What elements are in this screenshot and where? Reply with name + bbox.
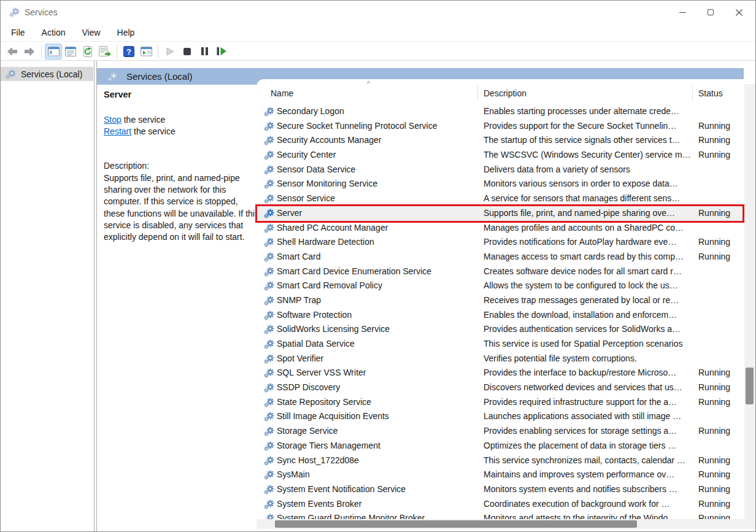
show-extended-view-button[interactable] [137,44,155,60]
column-header-description[interactable]: Description [484,88,526,98]
restart-service-button[interactable] [213,44,230,60]
service-gear-icon [264,223,274,233]
service-name-cell: Smart Card Removal Policy [277,279,474,293]
restart-service-link[interactable]: Restart [104,126,131,136]
column-header-name[interactable]: Name [271,88,293,98]
pause-service-button[interactable] [196,44,213,60]
table-row[interactable]: System Guard Runtime Monitor Broker Moni… [256,511,755,519]
table-row[interactable]: Shell Hardware Detection Provides notifi… [256,235,755,250]
table-row[interactable]: Secure Socket Tunneling Protocol Service… [256,119,755,134]
properties-button[interactable] [62,44,79,60]
service-name-cell: Storage Service [277,424,474,439]
service-name-cell: Smart Card [277,250,474,264]
menu-file[interactable]: File [9,26,27,39]
services-window: Services File Action View Help [0,0,756,532]
toolbar: ? [1,42,755,61]
service-status-cell [698,221,744,236]
service-description-cell: Monitors and attests to the integrity of… [484,511,695,519]
start-service-button[interactable] [161,44,179,60]
table-row[interactable]: System Event Notification Service Monito… [256,482,755,497]
table-row[interactable]: SolidWorks Licensing Service Provides au… [256,322,755,337]
table-row[interactable]: Sensor Data Service Delivers data from a… [256,163,755,177]
table-row[interactable]: Still Image Acquisition Events Launches … [256,409,755,424]
column-header-status[interactable]: Status [698,88,723,98]
table-row[interactable]: Sync Host_1722d08e This service synchron… [256,453,755,468]
table-row[interactable]: SSDP Discovery Discovers networked devic… [256,380,755,395]
table-row[interactable]: Storage Tiers Management Optimizes the p… [256,439,755,453]
service-status-cell [698,293,744,308]
service-name-cell: Spatial Data Service [277,337,474,352]
table-row[interactable]: Server Supports file, print, and named-p… [256,206,755,221]
table-row[interactable]: State Repository Service Provides requir… [256,395,755,410]
help-button[interactable]: ? [120,44,137,60]
service-status-cell [698,104,744,119]
service-status-cell: Running [698,468,744,482]
table-row[interactable]: Software Protection Enables the download… [256,308,755,323]
maximize-button[interactable] [696,1,725,24]
vertical-scrollbar[interactable] [744,84,755,519]
horizontal-scrollbar-thumb[interactable] [275,520,637,528]
table-row[interactable]: SysMain Maintains and improves system pe… [256,468,755,482]
stop-service-button[interactable] [179,44,196,60]
menu-action[interactable]: Action [40,26,68,39]
table-row[interactable]: Security Accounts Manager The startup of… [256,133,755,148]
table-row[interactable]: Shared PC Account Manager Manages profil… [256,221,755,236]
service-status-cell: Running [698,119,744,134]
service-description-cell: Provides enabling services for storage s… [484,424,695,439]
service-gear-icon [264,426,274,436]
service-status-cell: Running [698,250,744,264]
table-row[interactable]: Secondary Logon Enables starting process… [256,104,755,119]
service-gear-icon [264,179,274,189]
column-divider[interactable] [692,84,693,101]
service-name-cell: SNMP Trap [277,293,474,308]
minimize-button[interactable] [668,1,696,24]
service-gear-icon [264,339,274,349]
stop-service-line: Stop the service [104,114,176,126]
stop-service-link[interactable]: Stop [104,115,122,125]
table-row[interactable]: SQL Server VSS Writer Provides the inter… [256,366,755,380]
close-button[interactable] [725,1,753,24]
service-name-cell: SolidWorks Licensing Service [277,322,474,337]
back-button[interactable] [4,44,21,60]
refresh-button[interactable] [79,44,96,60]
show-console-tree-button[interactable] [45,44,62,60]
table-row[interactable]: Sensor Service A service for sensors tha… [256,191,755,206]
service-rows: Secondary Logon Enables starting process… [256,104,755,519]
service-gear-icon [264,121,274,131]
table-row[interactable]: Spot Verifier Verifies potential file sy… [256,352,755,366]
menu-help[interactable]: Help [115,26,137,39]
table-row[interactable]: Spatial Data Service This service is use… [256,337,755,352]
horizontal-scrollbar[interactable] [256,519,755,529]
service-name-cell: State Repository Service [277,395,474,410]
service-status-cell [698,279,744,293]
vertical-scrollbar-thumb[interactable] [746,368,754,404]
menu-view[interactable]: View [80,26,102,39]
service-description-cell: Provides the interface to backup/restore… [484,366,695,380]
service-gear-icon [264,237,274,247]
refresh-icon [82,46,93,57]
help-icon: ? [123,46,134,57]
service-name-cell: Security Center [277,148,474,163]
service-gear-icon [264,267,274,277]
forward-button[interactable] [21,44,38,60]
properties-icon [65,47,76,56]
column-divider[interactable] [477,84,478,101]
service-status-cell: Running [698,380,744,395]
table-row[interactable]: Sensor Monitoring Service Monitors vario… [256,177,755,191]
service-description-cell: Monitors various sensors in order to exp… [484,177,695,191]
sort-ascending-icon: ^ [367,80,370,87]
service-description-cell: Provides authentication services for Sol… [484,322,695,337]
table-row[interactable]: Security Center The WSCSVC (Windows Secu… [256,148,755,163]
export-list-button[interactable] [96,44,114,60]
service-gear-icon [264,456,274,466]
tree-item-services-local[interactable]: Services (Local) [1,67,93,81]
table-row[interactable]: Smart Card Device Enumeration Service Cr… [256,264,755,279]
table-row[interactable]: System Events Broker Coordinates executi… [256,497,755,512]
table-row[interactable]: Smart Card Manages access to smart cards… [256,250,755,264]
table-row[interactable]: Storage Service Provides enabling servic… [256,424,755,439]
service-gear-icon [264,441,274,451]
services-view: Services (Local) Server Stop the service… [96,61,755,531]
service-status-cell [698,409,744,424]
table-row[interactable]: SNMP Trap Receives trap messages generat… [256,293,755,308]
table-row[interactable]: Smart Card Removal Policy Allows the sys… [256,279,755,293]
